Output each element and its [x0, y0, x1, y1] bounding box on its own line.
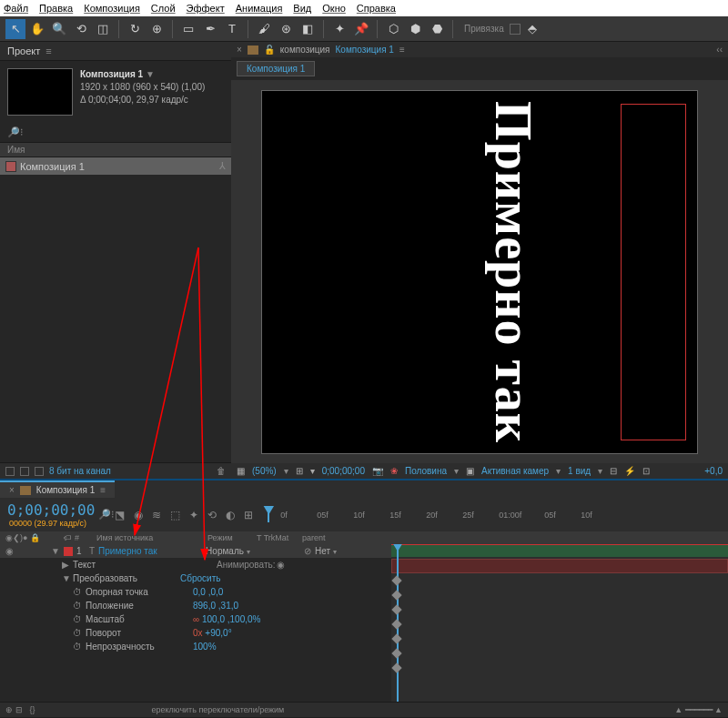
animate-add-icon[interactable]: ◉ — [277, 560, 285, 570]
visibility-toggle[interactable]: ◉ — [5, 546, 16, 556]
project-item-composition[interactable]: Композиция 1 ⅄ — [0, 157, 231, 175]
timeline-tab[interactable]: × Композиция 1 ≡ — [0, 480, 115, 498]
col-parent[interactable]: parent — [302, 533, 393, 542]
close-icon[interactable]: × — [9, 485, 15, 495]
search-icon[interactable]: 🔎⁝ — [98, 509, 115, 521]
selection-tool[interactable]: ↖ — [5, 19, 25, 39]
menu-animation[interactable]: Анимация — [236, 3, 283, 14]
menu-effect[interactable]: Эффект — [187, 3, 225, 14]
panel-menu-icon[interactable]: ≡ — [46, 46, 51, 56]
position-value[interactable]: 896,0 ,31,0 — [193, 601, 238, 611]
motion-blur-icon[interactable]: ≋ — [152, 509, 161, 521]
col-trkmat[interactable]: T TrkMat — [257, 533, 302, 542]
constrain-icon[interactable]: ∞ — [193, 614, 199, 624]
anchor-tool[interactable]: ⊕ — [147, 19, 167, 39]
zoom-tool[interactable]: 🔍 — [49, 19, 69, 39]
transform-group[interactable]: ▼ Преобразовать Сбросить — [0, 571, 391, 585]
project-tab[interactable]: Проект≡ — [0, 42, 231, 61]
current-time[interactable]: 0;00;00;00 — [7, 501, 95, 519]
brainstorm-icon[interactable]: ✦ — [189, 509, 198, 521]
exposure[interactable]: +0,0 — [704, 466, 723, 476]
roto-tool[interactable]: ✦ — [329, 19, 349, 39]
twirl-icon[interactable]: ▼ — [51, 546, 60, 556]
stamp-tool[interactable]: ⊛ — [276, 19, 296, 39]
viewer-comp-link[interactable]: Композиция 1 — [336, 45, 394, 55]
keyframe-marker[interactable] — [391, 575, 401, 585]
text-layer-bounds[interactable] — [621, 104, 686, 440]
trash-icon[interactable]: 🗑 — [217, 466, 226, 476]
col-source[interactable]: Имя источника — [96, 533, 207, 542]
orbit-tool[interactable]: ⟲ — [71, 19, 91, 39]
panel-menu-icon[interactable]: ≡ — [100, 485, 106, 495]
rect-tool[interactable]: ▭ — [178, 19, 198, 39]
menu-window[interactable]: Окно — [322, 3, 346, 14]
stopwatch-icon[interactable]: ⏱ — [73, 601, 86, 611]
shy-icon[interactable]: ⟲ — [207, 509, 217, 521]
rotate-tool[interactable]: ↻ — [125, 19, 145, 39]
keyframe-marker[interactable] — [391, 619, 401, 629]
menu-file[interactable]: Файл — [4, 3, 28, 14]
dropdown-icon[interactable]: ▼ — [146, 69, 155, 79]
menu-help[interactable]: Справка — [357, 3, 396, 14]
anchor-value[interactable]: 0,0 ,0,0 — [193, 587, 223, 597]
opacity-prop[interactable]: ⏱ Непрозрачность 100% — [0, 640, 391, 653]
expand-icon[interactable]: {} — [30, 705, 35, 714]
chevron-left-icon[interactable]: ‹‹ — [716, 45, 723, 55]
fast-preview-icon[interactable]: ⚡ — [624, 466, 635, 476]
menu-composition[interactable]: Композиция — [84, 3, 140, 14]
viewer-time[interactable]: 0;00;00;00 — [322, 466, 365, 476]
draft-icon[interactable]: ◐ — [226, 509, 235, 521]
scale-value[interactable]: 100,0 ,100,0% — [202, 614, 261, 624]
pixel-aspect-icon[interactable]: ⊟ — [610, 466, 617, 476]
hand-tool[interactable]: ✋ — [27, 19, 47, 39]
keyframe-marker[interactable] — [391, 590, 401, 600]
rotation-prop[interactable]: ⏱ Поворот 0x +90,0° — [0, 626, 391, 640]
stopwatch-icon[interactable]: ⏱ — [73, 628, 86, 638]
flowchart-icon[interactable]: ⅄ — [219, 160, 226, 172]
parent-dropdown[interactable]: Нет ▾ — [315, 546, 337, 556]
twirl-icon[interactable]: ▶ — [62, 560, 73, 570]
time-ruler[interactable]: 0f 05f 10f 15f 20f 25f 01:00f 05f 10f — [268, 508, 721, 522]
toggle-switches-label[interactable]: ереключить переключатели/режим — [152, 705, 285, 714]
eraser-tool[interactable]: ◧ — [298, 19, 318, 39]
text-layer-content[interactable]: Примерно так — [484, 101, 542, 443]
rotation-value[interactable]: +90,0° — [205, 628, 231, 638]
resolution-icon[interactable]: ⊞ — [296, 466, 303, 476]
keyframe-marker[interactable] — [391, 633, 401, 643]
region-icon[interactable]: ▣ — [466, 466, 474, 476]
reset-button[interactable]: Сбросить — [180, 573, 220, 583]
composition-canvas[interactable]: Примерно так — [261, 90, 698, 454]
canvas-area[interactable]: Примерно так — [231, 80, 728, 463]
timeline-icon[interactable]: ⊡ — [642, 466, 650, 476]
channel-icon[interactable]: ❀ — [390, 466, 398, 476]
stopwatch-icon[interactable]: ⏱ — [73, 614, 86, 624]
toggle-switches-icon[interactable]: ⊕ ⊟ — [5, 705, 23, 714]
quality-dropdown[interactable]: Половина — [405, 466, 447, 476]
menu-layer[interactable]: Слой — [151, 3, 176, 14]
folder-icon[interactable] — [20, 467, 29, 476]
snap-magnet-icon[interactable]: ⬘ — [522, 19, 542, 39]
close-icon[interactable]: × — [237, 45, 242, 55]
blend-mode-dropdown[interactable]: Нормаль ▾ — [206, 546, 258, 556]
scale-prop[interactable]: ⏱ Масштаб ∞ 100,0 ,100,0% — [0, 612, 391, 626]
keyframe-marker[interactable] — [391, 648, 401, 658]
text-tool[interactable]: T — [222, 19, 242, 39]
new-comp-icon[interactable] — [35, 467, 44, 476]
zoom-level[interactable]: (50%) — [252, 466, 277, 476]
view-count[interactable]: 1 вид — [568, 466, 591, 476]
blend-icon[interactable]: ⬔ — [115, 509, 125, 521]
text-group[interactable]: ▶ Текст Анимировать: ◉ — [0, 558, 391, 571]
parent-link-icon[interactable]: ⊘ — [304, 546, 311, 556]
grid-icon[interactable]: ▾ — [310, 466, 315, 476]
camera-tool[interactable]: ◫ — [93, 19, 113, 39]
graph-icon[interactable]: ⬚ — [170, 509, 180, 521]
panel-menu-icon[interactable]: ≡ — [399, 45, 405, 55]
playhead[interactable] — [268, 508, 269, 522]
puppet-tool[interactable]: 📌 — [351, 19, 371, 39]
view-axis-tool[interactable]: ⬣ — [427, 19, 447, 39]
3d-icon[interactable]: ◉ — [134, 509, 143, 521]
alpha-icon[interactable]: ▦ — [237, 466, 245, 476]
label-color[interactable] — [64, 547, 73, 556]
local-axis-tool[interactable]: ⬡ — [383, 19, 403, 39]
layer-row[interactable]: ◉ ▼ 1 T Примерно так Нормаль ▾ ⊘ Нет ▾ — [0, 544, 391, 558]
